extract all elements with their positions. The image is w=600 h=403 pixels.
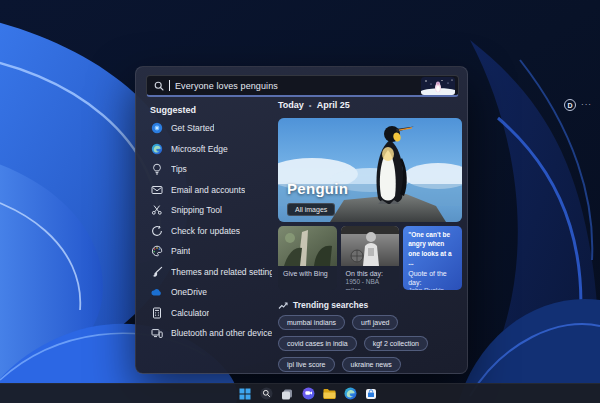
sidebar-item-themes[interactable]: Themes and related settings [146, 262, 272, 283]
date-label: April 25 [317, 100, 350, 110]
sidebar-item-label: Get Started [171, 123, 214, 133]
sidebar-item-check-updates[interactable]: Check for updates [146, 221, 272, 242]
themes-icon [150, 265, 163, 278]
snipping-tool-icon [150, 204, 163, 217]
search-icon [154, 81, 164, 91]
taskbar-search-icon [260, 387, 273, 400]
on-this-day-image [341, 226, 400, 266]
sidebar-item-label: Check for updates [171, 226, 240, 236]
sidebar-item-label: Snipping Tool [171, 205, 222, 215]
sidebar-item-onedrive[interactable]: OneDrive [146, 282, 272, 303]
onedrive-icon [150, 286, 163, 299]
suggested-list: Get Started Microsoft Edge Tips Email [146, 118, 272, 344]
sidebar-item-get-started[interactable]: Get Started [146, 118, 272, 139]
trending-chip[interactable]: urfi javed [352, 315, 398, 330]
card-title: Give with Bing [283, 269, 332, 278]
trending-searches-heading: Trending searches [278, 300, 368, 310]
all-images-button[interactable]: All images [287, 203, 335, 216]
sidebar-item-label: Themes and related settings [171, 267, 272, 277]
search-input[interactable]: Everyone loves penguins [146, 75, 459, 97]
store-icon [365, 388, 377, 400]
hero-title: Penguin [287, 180, 348, 197]
today-label: Today [278, 100, 304, 110]
text-caret [169, 80, 170, 91]
taskbar-icons [238, 387, 378, 401]
sidebar-item-label: Calculator [171, 308, 209, 318]
card-subtitle: John Ruskin [408, 287, 457, 290]
on-this-day-card[interactable]: On this day: 1950 - NBA miles... [341, 226, 400, 290]
trending-chip[interactable]: covid cases in india [278, 336, 357, 351]
task-view-button[interactable] [280, 387, 294, 401]
sidebar-item-label: Bluetooth and other devices sett... [171, 328, 272, 338]
get-started-icon [150, 122, 163, 135]
email-icon [150, 183, 163, 196]
task-view-icon [281, 388, 293, 400]
trending-label: Trending searches [293, 300, 368, 310]
sidebar-item-email-accounts[interactable]: Email and accounts [146, 180, 272, 201]
taskbar-search-button[interactable] [259, 387, 273, 401]
taskbar [0, 383, 600, 403]
give-with-bing-image [278, 226, 337, 266]
windows-start-icon [239, 388, 251, 400]
calculator-icon [150, 306, 163, 319]
sidebar-item-label: Email and accounts [171, 185, 245, 195]
sidebar-item-label: Paint [171, 246, 190, 256]
sidebar-item-label: Tips [171, 164, 187, 174]
suggested-heading: Suggested [150, 105, 196, 115]
penguin-easter-egg-illustration [421, 77, 455, 95]
card-title: On this day: [346, 269, 395, 278]
profile-avatar[interactable]: D [564, 99, 576, 111]
card-title: Quote of the day: [408, 269, 457, 287]
tips-icon [150, 163, 163, 176]
trending-chip[interactable]: ukraine news [342, 357, 401, 372]
trending-chip[interactable]: kgf 2 collection [364, 336, 428, 351]
chat-button[interactable] [301, 387, 315, 401]
start-button[interactable] [238, 387, 252, 401]
trending-chip[interactable]: ipl live score [278, 357, 335, 372]
paint-icon [150, 245, 163, 258]
bluetooth-devices-icon [150, 327, 163, 340]
store-button[interactable] [364, 387, 378, 401]
sidebar-item-label: OneDrive [171, 287, 207, 297]
check-updates-icon [150, 224, 163, 237]
edge-taskbar-icon [344, 387, 357, 400]
today-header: Today • April 25 D ··· [278, 98, 594, 112]
more-options-icon[interactable]: ··· [581, 102, 592, 108]
card-subtitle: 1950 - NBA miles... [346, 278, 395, 290]
sidebar-item-calculator[interactable]: Calculator [146, 303, 272, 324]
sidebar-item-label: Microsoft Edge [171, 144, 228, 154]
sidebar-item-microsoft-edge[interactable]: Microsoft Edge [146, 139, 272, 160]
sidebar-item-snipping-tool[interactable]: Snipping Tool [146, 200, 272, 221]
sidebar-item-paint[interactable]: Paint [146, 241, 272, 262]
trending-chip[interactable]: mumbai indians [278, 315, 345, 330]
file-explorer-button[interactable] [322, 387, 336, 401]
file-explorer-icon [323, 388, 336, 400]
dot-separator: • [309, 101, 312, 110]
quote-text: "One can't be angry when one looks at a … [403, 226, 462, 266]
sidebar-item-tips[interactable]: Tips [146, 159, 272, 180]
cards-row: Give with Bing On this day: 19 [278, 226, 462, 290]
give-with-bing-card[interactable]: Give with Bing [278, 226, 337, 290]
quote-of-the-day-card[interactable]: "One can't be angry when one looks at a … [403, 226, 462, 290]
search-query-text[interactable]: Everyone loves penguins [175, 81, 278, 91]
chat-icon [302, 387, 315, 400]
edge-icon [150, 142, 163, 155]
search-panel: Everyone loves penguins Suggested Get St… [135, 66, 468, 374]
sidebar-item-bluetooth-devices[interactable]: Bluetooth and other devices sett... [146, 323, 272, 344]
edge-taskbar-button[interactable] [343, 387, 357, 401]
trending-chips: mumbai indians urfi javed covid cases in… [278, 315, 468, 372]
penguin-hero-card[interactable]: Penguin All images [278, 118, 462, 222]
trending-icon [278, 301, 288, 310]
